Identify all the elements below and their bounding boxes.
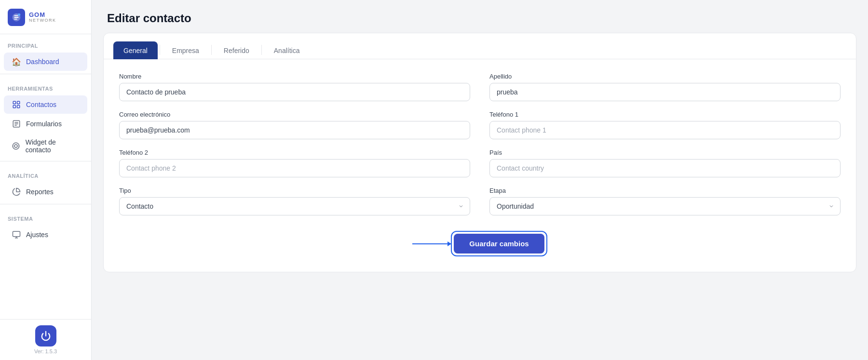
svg-point-10	[13, 143, 20, 149]
ajustes-label: Ajustes	[26, 231, 48, 239]
contactos-label: Contactos	[26, 101, 56, 108]
sidebar-bottom: Ver: 1.5.3	[0, 319, 91, 360]
pais-label: País	[489, 149, 841, 156]
form-group-pais: País	[489, 149, 841, 177]
sidebar-item-formularios[interactable]: Formularios	[4, 115, 87, 133]
nombre-input[interactable]	[119, 83, 470, 101]
version-label: Ver: 1.5.3	[34, 348, 57, 354]
save-area: Guardar cambios	[119, 231, 841, 256]
pais-input[interactable]	[489, 159, 841, 177]
save-btn-wrapper: Guardar cambios	[451, 231, 547, 256]
tab-divider-2	[211, 45, 212, 55]
save-arrow-wrapper: Guardar cambios	[412, 231, 547, 256]
form-group-tipo: Tipo Contacto Lead Cliente Proveedor	[119, 187, 470, 215]
sidebar-logo: GOM NETWORK	[0, 0, 91, 34]
power-button[interactable]	[35, 325, 56, 347]
content-area: General Empresa Referido Analítica Nombr…	[92, 33, 868, 360]
arrow-line	[412, 243, 451, 244]
sidebar: GOM NETWORK Principal 🏠 Dashboard Herram…	[0, 0, 92, 360]
dashboard-label: Dashboard	[26, 58, 59, 66]
tab-referido[interactable]: Referido	[214, 41, 259, 59]
formularios-icon	[12, 119, 21, 129]
tipo-select[interactable]: Contacto Lead Cliente Proveedor	[119, 197, 470, 215]
form-group-correo: Correo electrónico	[119, 111, 470, 139]
nombre-label: Nombre	[119, 73, 470, 80]
form-group-etapa: Etapa Oportunidad Prospecto Negociación …	[489, 187, 841, 215]
tab-divider-3	[261, 45, 262, 55]
widget-icon	[12, 141, 21, 151]
correo-label: Correo electrónico	[119, 111, 470, 118]
reportes-label: Reportes	[26, 188, 54, 196]
logo-icon	[8, 9, 25, 26]
telefono2-input[interactable]	[119, 159, 470, 177]
home-icon: 🏠	[12, 57, 21, 67]
tab-divider-1	[160, 45, 160, 55]
reportes-icon	[12, 187, 21, 197]
divider-2	[0, 161, 91, 161]
logo-text: GOM NETWORK	[29, 12, 56, 23]
tab-analitica[interactable]: Analítica	[264, 41, 310, 59]
tab-empresa[interactable]: Empresa	[162, 41, 209, 59]
form-body: Nombre Apellido Correo electrónico Teléf…	[104, 59, 856, 272]
logo-bottom: NETWORK	[29, 18, 56, 23]
form-group-telefono2: Teléfono 2	[119, 149, 470, 177]
form-group-nombre: Nombre	[119, 73, 470, 101]
etapa-label: Etapa	[489, 187, 841, 194]
logo-top: GOM	[29, 12, 56, 18]
formularios-label: Formularios	[26, 120, 62, 128]
apellido-label: Apellido	[489, 73, 841, 80]
edit-card: General Empresa Referido Analítica Nombr…	[103, 33, 856, 272]
page-title: Editar contacto	[107, 12, 853, 25]
section-herramientas: Herramientas	[0, 77, 91, 94]
apellido-input[interactable]	[489, 83, 841, 101]
svg-rect-4	[17, 106, 20, 108]
sidebar-item-contactos[interactable]: Contactos	[4, 95, 87, 114]
section-analitica: Analítica	[0, 164, 91, 182]
ajustes-icon	[12, 230, 21, 240]
section-principal: Principal	[0, 34, 91, 52]
svg-rect-1	[13, 101, 15, 104]
form-group-apellido: Apellido	[489, 73, 841, 101]
page-header: Editar contacto	[92, 0, 868, 33]
form-grid: Nombre Apellido Correo electrónico Teléf…	[119, 73, 841, 215]
sidebar-item-reportes[interactable]: Reportes	[4, 183, 87, 201]
sidebar-item-dashboard[interactable]: 🏠 Dashboard	[4, 53, 87, 71]
telefono2-label: Teléfono 2	[119, 149, 470, 156]
divider-3	[0, 204, 91, 204]
save-button[interactable]: Guardar cambios	[454, 234, 544, 253]
form-group-telefono1: Teléfono 1	[489, 111, 841, 139]
sidebar-item-widget[interactable]: Widget de contacto	[4, 134, 87, 158]
divider-1	[0, 74, 91, 74]
svg-point-0	[18, 13, 21, 16]
contactos-icon	[12, 100, 21, 109]
tabs-bar: General Empresa Referido Analítica	[104, 33, 856, 59]
main-content: Editar contacto General Empresa Referido…	[92, 0, 868, 360]
etapa-select[interactable]: Oportunidad Prospecto Negociación Cerrad…	[489, 197, 841, 215]
section-sistema: Sistema	[0, 207, 91, 225]
widget-label: Widget de contacto	[26, 138, 80, 154]
telefono1-input[interactable]	[489, 121, 841, 139]
svg-rect-13	[13, 231, 20, 237]
tipo-label: Tipo	[119, 187, 470, 194]
correo-input[interactable]	[119, 121, 470, 139]
telefono1-label: Teléfono 1	[489, 111, 841, 118]
tab-general[interactable]: General	[113, 41, 158, 59]
svg-point-9	[14, 145, 17, 147]
svg-rect-3	[13, 106, 15, 108]
sidebar-item-ajustes[interactable]: Ajustes	[4, 226, 87, 244]
svg-rect-2	[17, 101, 20, 104]
